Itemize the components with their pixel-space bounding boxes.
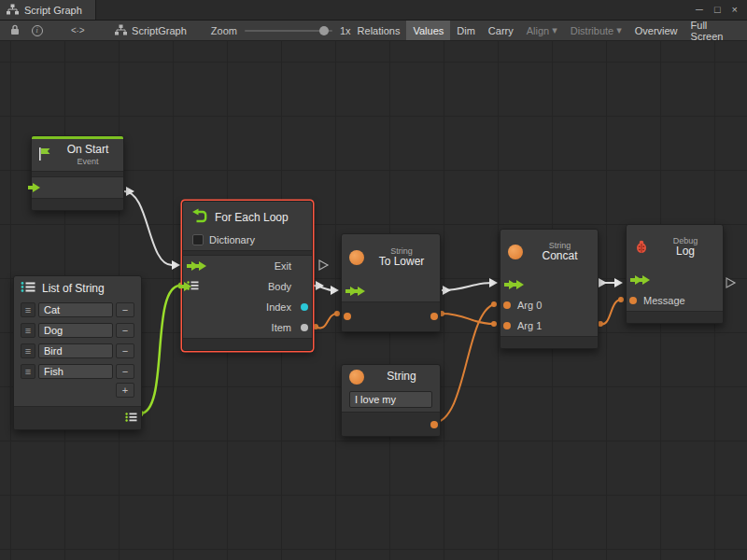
flow-output-port[interactable] (512, 280, 524, 289)
node-title: Concat (529, 250, 590, 263)
item-output-port[interactable] (301, 324, 308, 331)
node-title: Log (655, 245, 715, 259)
node-footer (627, 311, 723, 323)
wire-item-to-tolower (316, 314, 337, 328)
port-row: Arg 0 (500, 295, 598, 315)
tab-script-graph[interactable]: Script Graph (0, 0, 96, 20)
maximize-button[interactable]: □ (714, 5, 721, 15)
string-type-icon (349, 370, 364, 385)
port-label-arg0: Arg 0 (517, 300, 542, 311)
list-item: ≡ − (14, 341, 141, 361)
wire-arrowhead (489, 278, 498, 287)
graph-toolbar: i <∙> ScriptGraph Zoom 1x Relations Valu… (0, 21, 747, 41)
exit-port-marker[interactable] (319, 260, 328, 270)
string-type-icon (349, 250, 364, 265)
exit-output-port[interactable] (194, 261, 206, 271)
drag-handle-icon[interactable]: ≡ (21, 323, 35, 338)
wire-onstart-to-foreach (124, 191, 172, 265)
list-output-port[interactable] (125, 413, 137, 425)
node-for-each-loop[interactable]: For Each Loop Dictionary Exit Body Index (182, 201, 313, 351)
align-dropdown[interactable]: Align ▾ (520, 21, 564, 40)
toolbar-buttons: Relations Values Dim Carry Align ▾ Distr… (351, 21, 743, 40)
overview-button[interactable]: Overview (628, 21, 684, 40)
values-button[interactable]: Values (406, 21, 450, 40)
drag-handle-icon[interactable]: ≡ (21, 343, 35, 358)
remove-item-button[interactable]: − (116, 364, 134, 379)
remove-item-button[interactable]: − (116, 343, 134, 358)
trigger-output-port[interactable] (28, 183, 40, 192)
log-out-port-marker[interactable] (726, 278, 735, 287)
node-footer (500, 336, 598, 348)
list-item: ≡ − (14, 361, 141, 382)
checkbox-icon[interactable] (192, 234, 204, 245)
breadcrumb[interactable]: ScriptGraph (115, 24, 187, 37)
node-concat[interactable]: String Concat Arg 0 Arg 1 (500, 229, 599, 349)
full-screen-button[interactable]: Full Screen (684, 21, 743, 40)
drag-handle-icon[interactable]: ≡ (21, 364, 35, 379)
message-input-port[interactable] (629, 297, 637, 304)
lock-button[interactable] (6, 22, 24, 39)
remove-item-button[interactable]: − (116, 302, 134, 317)
string-input-port[interactable] (344, 313, 351, 320)
wire-arrowhead (316, 281, 324, 290)
node-debug-log[interactable]: Debug Log Message (626, 224, 724, 324)
info-button[interactable]: i (28, 22, 47, 39)
breadcrumb-label: ScriptGraph (132, 25, 187, 36)
node-footer (183, 338, 312, 350)
node-title: To Lower (371, 256, 432, 269)
chevron-down-icon: ▾ (616, 24, 622, 36)
code-icon: <∙> (71, 25, 84, 35)
close-button[interactable]: × (732, 5, 738, 15)
port-row (32, 177, 123, 198)
string-value-input[interactable] (349, 391, 432, 408)
list-item-input[interactable] (38, 343, 113, 358)
graph-icon (7, 4, 19, 17)
carry-button[interactable]: Carry (482, 21, 520, 40)
zoom-slider[interactable] (245, 30, 332, 32)
zoom-slider-handle[interactable] (319, 26, 329, 35)
list-controls: + (14, 382, 141, 399)
node-on-start[interactable]: On Start Event (31, 135, 124, 211)
node-string-literal[interactable]: String (341, 364, 441, 437)
node-list-of-string[interactable]: List of String ≡ − ≡ − ≡ − ≡ − (13, 275, 142, 430)
body-output-port[interactable] (179, 282, 191, 291)
port-label-arg1: Arg 1 (517, 320, 542, 331)
list-item-input[interactable] (38, 323, 113, 338)
chevron-down-icon: ▾ (552, 24, 557, 36)
node-title: List of String (42, 282, 105, 295)
list-item-input[interactable] (38, 302, 113, 317)
graph-icon (115, 24, 127, 37)
remove-item-button[interactable]: − (116, 323, 134, 338)
flow-output-port[interactable] (353, 287, 365, 296)
wire-literal-to-arg0 (433, 304, 494, 423)
port-label-index: Index (266, 301, 291, 313)
dictionary-toggle[interactable]: Dictionary (183, 233, 312, 250)
wire-arrowhead (614, 278, 623, 287)
wire-arrowhead (331, 286, 339, 295)
port-row (500, 274, 598, 295)
lock-icon (10, 24, 20, 37)
dim-button[interactable]: Dim (450, 21, 482, 40)
item-endpoint (313, 324, 318, 329)
relations-button[interactable]: Relations (351, 21, 407, 40)
arg1-input-port[interactable] (503, 322, 511, 329)
list-item-input[interactable] (38, 364, 113, 379)
node-to-lower[interactable]: String To Lower (341, 233, 441, 332)
wire-tolower-to-concat (442, 283, 492, 290)
add-item-button[interactable]: + (116, 383, 134, 398)
flow-output-port[interactable] (638, 275, 650, 285)
inspect-code-button[interactable]: <∙> (68, 22, 87, 39)
minimize-button[interactable]: ─ (696, 5, 703, 15)
graph-canvas[interactable]: On Start Event List of String ≡ − (0, 41, 747, 560)
arg0-input-port[interactable] (503, 301, 511, 309)
drag-handle-icon[interactable]: ≡ (21, 302, 35, 317)
distribute-dropdown[interactable]: Distribute ▾ (564, 21, 628, 40)
string-output-port[interactable] (430, 313, 438, 320)
string-output-port[interactable] (430, 421, 438, 428)
port-label-exit: Exit (275, 260, 291, 272)
port-label-message: Message (643, 295, 685, 306)
port-label-item: Item (272, 322, 291, 333)
port-row: Index (183, 297, 312, 317)
index-output-port[interactable] (301, 303, 308, 311)
bug-icon (634, 239, 649, 256)
